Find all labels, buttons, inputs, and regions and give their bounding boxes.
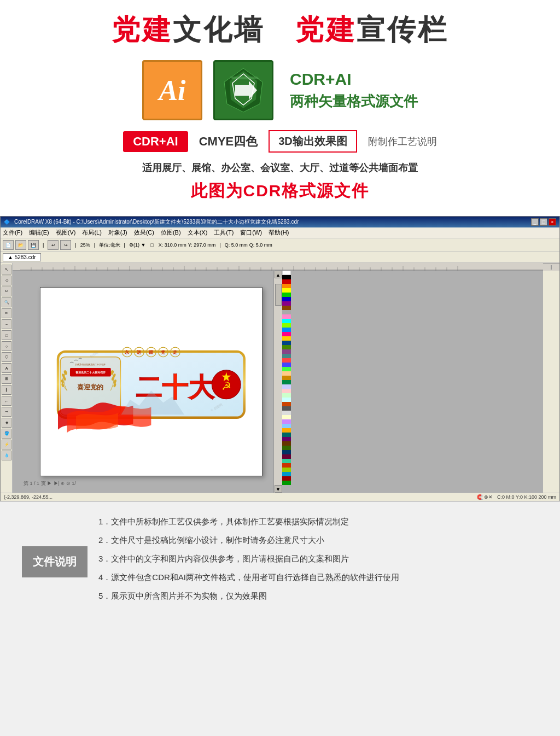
- toolbar-save[interactable]: 💾: [28, 240, 39, 250]
- swatch-red[interactable]: [282, 279, 291, 284]
- menu-effects[interactable]: 效果(C): [134, 229, 154, 237]
- menu-layout[interactable]: 布局(L): [82, 229, 101, 237]
- scroll-track[interactable]: [275, 278, 282, 485]
- swatch-green[interactable]: [282, 293, 291, 297]
- tool-text[interactable]: A: [2, 363, 11, 373]
- menu-file[interactable]: 文件(F): [3, 229, 22, 237]
- swatch-silver[interactable]: [282, 411, 291, 415]
- swatch-emerald[interactable]: [282, 380, 291, 384]
- menu-window[interactable]: 窗口(W): [240, 229, 262, 237]
- swatch-mint[interactable]: [282, 393, 291, 398]
- swatch-darkgreen[interactable]: [282, 481, 291, 485]
- tool-polygon[interactable]: ⬡: [2, 352, 11, 362]
- swatch-sky[interactable]: [282, 328, 291, 332]
- swatch-peach[interactable]: [282, 371, 291, 376]
- toolbar-undo[interactable]: ↩: [48, 240, 59, 250]
- scroll-thumb[interactable]: [275, 284, 282, 306]
- tool-table[interactable]: ⊞: [2, 374, 11, 384]
- swatch-rose[interactable]: [282, 389, 291, 393]
- swatch-violet[interactable]: [282, 349, 291, 354]
- swatch-brown[interactable]: [282, 306, 291, 310]
- swatch-lime[interactable]: [282, 323, 291, 328]
- cdr-window-controls[interactable]: _ □ ×: [531, 218, 556, 226]
- swatch-saffron[interactable]: [282, 428, 291, 433]
- scroll-down[interactable]: ▼: [275, 485, 282, 493]
- menu-object[interactable]: 对象(J): [108, 229, 127, 237]
- swatch-gold[interactable]: [282, 336, 291, 341]
- swatch-orange[interactable]: [282, 284, 291, 288]
- menu-edit[interactable]: 编辑(E): [29, 229, 49, 237]
- swatch-cobalt[interactable]: [282, 450, 291, 454]
- swatch-magenta[interactable]: [282, 332, 291, 336]
- toolbar-redo[interactable]: ↪: [60, 240, 71, 250]
- menu-view[interactable]: 视图(V): [56, 229, 76, 237]
- tool-interactive[interactable]: ◈: [2, 418, 11, 428]
- tool-rect[interactable]: □: [2, 330, 11, 340]
- swatch-mahogany[interactable]: [282, 441, 291, 446]
- tool-parallel[interactable]: ∥: [2, 385, 11, 395]
- swatch-cyan[interactable]: [282, 319, 291, 323]
- swatch-teal[interactable]: [282, 354, 291, 358]
- tool-freehand[interactable]: ✏: [2, 308, 11, 318]
- swatch-lilac[interactable]: [282, 419, 291, 424]
- h-scroll-track[interactable]: [551, 265, 552, 270]
- tool-shape[interactable]: ◇: [2, 276, 11, 285]
- swatch-chartreuse[interactable]: [282, 468, 291, 472]
- swatch-amber[interactable]: [282, 376, 291, 380]
- file-desc-item-3: 3．文件中的文字和图片内容仅供参考，图片请根据自己的文案和图片: [98, 552, 538, 565]
- swatch-lightblue[interactable]: [282, 363, 291, 367]
- right-scrollbar[interactable]: ▲ ▼: [273, 271, 282, 493]
- swatch-sea[interactable]: [282, 459, 291, 463]
- swatch-brick[interactable]: [282, 463, 291, 468]
- swatch-darkgray[interactable]: [282, 406, 291, 411]
- menu-tools[interactable]: 工具(T): [214, 229, 234, 237]
- svg-text:永: 永: [125, 349, 130, 355]
- swatch-black[interactable]: [282, 275, 291, 279]
- ai-label: Ai: [159, 74, 185, 107]
- swatch-gray[interactable]: [282, 310, 291, 314]
- tool-smart[interactable]: ~: [2, 319, 11, 329]
- swatch-burgundy[interactable]: [282, 454, 291, 459]
- tool-measure[interactable]: ⊸: [2, 407, 11, 417]
- swatch-navy[interactable]: [282, 341, 291, 345]
- maximize-button[interactable]: □: [540, 218, 547, 226]
- minimize-button[interactable]: _: [531, 218, 539, 226]
- toolbar-new[interactable]: 📄: [3, 240, 14, 250]
- close-button[interactable]: ×: [549, 218, 556, 226]
- tool-eyedrop[interactable]: 💧: [2, 451, 11, 460]
- tool-select[interactable]: ↖: [2, 265, 11, 274]
- tool-zoom[interactable]: 🔍: [2, 297, 11, 307]
- swatch-olive[interactable]: [282, 345, 291, 349]
- tool-ellipse[interactable]: ○: [2, 341, 11, 351]
- tool-connector[interactable]: ⌐: [2, 396, 11, 406]
- swatch-purple[interactable]: [282, 301, 291, 306]
- swatch-blue[interactable]: [282, 297, 291, 301]
- swatch-plum[interactable]: [282, 437, 291, 441]
- swatch-ice[interactable]: [282, 398, 291, 402]
- swatch-maroon[interactable]: [282, 476, 291, 481]
- menu-help[interactable]: 帮助(H): [269, 229, 289, 237]
- swatch-sienna[interactable]: [282, 402, 291, 406]
- swatch-lightgreen[interactable]: [282, 367, 291, 371]
- file-desc-item-2: 2．文件尺寸是投稿比例缩小设计，制作时请务必注意尺寸大小: [98, 534, 538, 547]
- swatch-lightred[interactable]: [282, 358, 291, 363]
- swatch-pine[interactable]: [282, 433, 291, 437]
- swatch-white[interactable]: [282, 271, 291, 275]
- swatch-pink[interactable]: [282, 314, 291, 319]
- tool-crop[interactable]: ✂: [2, 287, 11, 296]
- swatch-powder[interactable]: [282, 424, 291, 428]
- toolbar-open[interactable]: 📂: [15, 240, 26, 250]
- swatch-cream[interactable]: [282, 415, 291, 419]
- cdr-titlebar-left: 🔷 CorelDRAW X8 (64-Bit) - C:\Users\Admin…: [4, 218, 299, 226]
- swatch-yellow[interactable]: [282, 288, 291, 293]
- swatch-cerulean[interactable]: [282, 472, 291, 476]
- tool-smart2[interactable]: ⚡: [2, 440, 11, 449]
- scrollbar-horizontal[interactable]: [543, 263, 559, 271]
- menu-bitmap[interactable]: 位图(B): [161, 229, 181, 237]
- swatch-forest[interactable]: [282, 446, 291, 450]
- swatch-lavender[interactable]: [282, 384, 291, 389]
- tool-fill[interactable]: 🪣: [2, 429, 11, 439]
- scroll-up[interactable]: ▲: [275, 271, 282, 278]
- page-tab[interactable]: ▲ 5283.cdr: [3, 253, 41, 261]
- menu-text[interactable]: 文本(X): [188, 229, 208, 237]
